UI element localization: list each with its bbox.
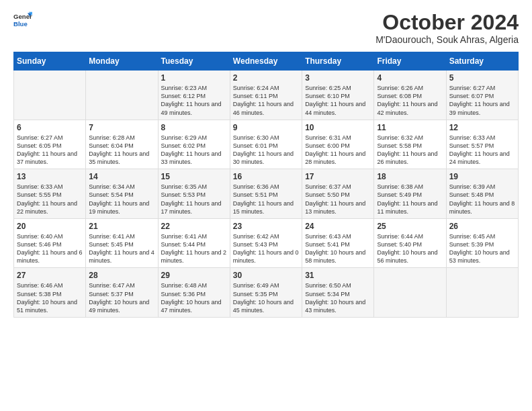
calendar-cell: 23Sunrise: 6:42 AM Sunset: 5:43 PM Dayli… [230, 218, 302, 268]
calendar-cell: 24Sunrise: 6:43 AM Sunset: 5:41 PM Dayli… [302, 218, 374, 268]
cell-content: Sunrise: 6:32 AM Sunset: 5:58 PM Dayligh… [377, 134, 443, 167]
day-number: 21 [89, 222, 154, 231]
calendar-cell: 4Sunrise: 6:26 AM Sunset: 6:08 PM Daylig… [374, 71, 446, 120]
calendar-cell: 2Sunrise: 6:24 AM Sunset: 6:11 PM Daylig… [230, 71, 302, 120]
calendar-cell: 27Sunrise: 6:46 AM Sunset: 5:38 PM Dayli… [14, 268, 86, 318]
calendar-cell: 30Sunrise: 6:49 AM Sunset: 5:35 PM Dayli… [230, 268, 302, 318]
cell-content: Sunrise: 6:25 AM Sunset: 6:10 PM Dayligh… [305, 84, 371, 117]
calendar-cell: 19Sunrise: 6:39 AM Sunset: 5:48 PM Dayli… [446, 169, 518, 219]
cell-content: Sunrise: 6:36 AM Sunset: 5:51 PM Dayligh… [233, 183, 299, 216]
cell-content: Sunrise: 6:43 AM Sunset: 5:41 PM Dayligh… [305, 232, 371, 265]
title-block: October 2024 M'Daourouch, Souk Ahras, Al… [375, 11, 519, 45]
calendar-cell: 29Sunrise: 6:48 AM Sunset: 5:36 PM Dayli… [158, 268, 230, 318]
day-number: 16 [233, 172, 299, 181]
day-number: 7 [89, 123, 154, 132]
calendar-cell: 13Sunrise: 6:33 AM Sunset: 5:55 PM Dayli… [14, 169, 86, 219]
week-row-3: 13Sunrise: 6:33 AM Sunset: 5:55 PM Dayli… [14, 169, 519, 219]
calendar-cell: 1Sunrise: 6:23 AM Sunset: 6:12 PM Daylig… [158, 71, 230, 120]
day-number: 3 [305, 73, 371, 83]
day-number: 28 [89, 271, 154, 280]
calendar-cell: 10Sunrise: 6:31 AM Sunset: 6:00 PM Dayli… [302, 120, 374, 169]
cell-content: Sunrise: 6:37 AM Sunset: 5:50 PM Dayligh… [305, 183, 371, 216]
location-subtitle: M'Daourouch, Souk Ahras, Algeria [375, 34, 519, 45]
week-row-5: 27Sunrise: 6:46 AM Sunset: 5:38 PM Dayli… [14, 268, 519, 318]
day-number: 6 [17, 123, 83, 132]
calendar-cell: 21Sunrise: 6:41 AM Sunset: 5:45 PM Dayli… [86, 218, 158, 268]
calendar-cell: 22Sunrise: 6:41 AM Sunset: 5:44 PM Dayli… [158, 218, 230, 268]
calendar-cell: 14Sunrise: 6:34 AM Sunset: 5:54 PM Dayli… [86, 169, 158, 219]
cell-content: Sunrise: 6:33 AM Sunset: 5:55 PM Dayligh… [17, 183, 83, 216]
day-number: 18 [377, 172, 443, 181]
cell-content: Sunrise: 6:40 AM Sunset: 5:46 PM Dayligh… [17, 232, 83, 265]
cell-content: Sunrise: 6:39 AM Sunset: 5:48 PM Dayligh… [449, 183, 515, 216]
cell-content: Sunrise: 6:41 AM Sunset: 5:45 PM Dayligh… [89, 232, 154, 265]
cell-content: Sunrise: 6:29 AM Sunset: 6:02 PM Dayligh… [161, 134, 227, 167]
cell-content: Sunrise: 6:48 AM Sunset: 5:36 PM Dayligh… [161, 281, 227, 314]
calendar-table: SundayMondayTuesdayWednesdayThursdayFrid… [13, 52, 519, 318]
calendar-cell: 28Sunrise: 6:47 AM Sunset: 5:37 PM Dayli… [86, 268, 158, 318]
calendar-cell: 3Sunrise: 6:25 AM Sunset: 6:10 PM Daylig… [302, 71, 374, 120]
day-number: 27 [17, 271, 83, 280]
day-number: 4 [377, 73, 443, 83]
cell-content: Sunrise: 6:27 AM Sunset: 6:07 PM Dayligh… [449, 84, 515, 117]
day-number: 10 [305, 123, 371, 132]
header-cell-wednesday: Wednesday [230, 52, 302, 71]
calendar-cell: 17Sunrise: 6:37 AM Sunset: 5:50 PM Dayli… [302, 169, 374, 219]
logo-icon: General Blue [13, 11, 32, 30]
calendar-cell: 31Sunrise: 6:50 AM Sunset: 5:34 PM Dayli… [302, 268, 374, 318]
calendar-cell: 15Sunrise: 6:35 AM Sunset: 5:53 PM Dayli… [158, 169, 230, 219]
day-number: 11 [377, 123, 443, 132]
calendar-cell: 12Sunrise: 6:33 AM Sunset: 5:57 PM Dayli… [446, 120, 518, 169]
cell-content: Sunrise: 6:31 AM Sunset: 6:00 PM Dayligh… [305, 134, 371, 167]
header-row: SundayMondayTuesdayWednesdayThursdayFrid… [14, 52, 519, 71]
cell-content: Sunrise: 6:24 AM Sunset: 6:11 PM Dayligh… [233, 84, 299, 117]
calendar-cell: 8Sunrise: 6:29 AM Sunset: 6:02 PM Daylig… [158, 120, 230, 169]
day-number: 1 [161, 73, 227, 83]
day-number: 26 [449, 222, 515, 231]
header-cell-thursday: Thursday [302, 52, 374, 71]
calendar-cell [14, 71, 86, 120]
cell-content: Sunrise: 6:27 AM Sunset: 6:05 PM Dayligh… [17, 134, 83, 167]
day-number: 9 [233, 123, 299, 132]
cell-content: Sunrise: 6:50 AM Sunset: 5:34 PM Dayligh… [305, 281, 371, 314]
calendar-cell [446, 268, 518, 318]
calendar-cell [374, 268, 446, 318]
cell-content: Sunrise: 6:33 AM Sunset: 5:57 PM Dayligh… [449, 134, 515, 167]
week-row-1: 1Sunrise: 6:23 AM Sunset: 6:12 PM Daylig… [14, 71, 519, 120]
header-cell-saturday: Saturday [446, 52, 518, 71]
day-number: 30 [233, 271, 299, 280]
week-row-4: 20Sunrise: 6:40 AM Sunset: 5:46 PM Dayli… [14, 218, 519, 268]
cell-content: Sunrise: 6:35 AM Sunset: 5:53 PM Dayligh… [161, 183, 227, 216]
cell-content: Sunrise: 6:38 AM Sunset: 5:49 PM Dayligh… [377, 183, 443, 216]
day-number: 23 [233, 222, 299, 231]
day-number: 12 [449, 123, 515, 132]
day-number: 13 [17, 172, 83, 181]
calendar-cell: 18Sunrise: 6:38 AM Sunset: 5:49 PM Dayli… [374, 169, 446, 219]
cell-content: Sunrise: 6:49 AM Sunset: 5:35 PM Dayligh… [233, 281, 299, 314]
cell-content: Sunrise: 6:44 AM Sunset: 5:40 PM Dayligh… [377, 232, 443, 265]
calendar-cell: 25Sunrise: 6:44 AM Sunset: 5:40 PM Dayli… [374, 218, 446, 268]
day-number: 15 [161, 172, 227, 181]
calendar-cell: 9Sunrise: 6:30 AM Sunset: 6:01 PM Daylig… [230, 120, 302, 169]
day-number: 19 [449, 172, 515, 181]
day-number: 8 [161, 123, 227, 132]
header-cell-tuesday: Tuesday [158, 52, 230, 71]
calendar-cell: 7Sunrise: 6:28 AM Sunset: 6:04 PM Daylig… [86, 120, 158, 169]
cell-content: Sunrise: 6:47 AM Sunset: 5:37 PM Dayligh… [89, 281, 154, 314]
day-number: 24 [305, 222, 371, 231]
cell-content: Sunrise: 6:28 AM Sunset: 6:04 PM Dayligh… [89, 134, 154, 167]
day-number: 29 [161, 271, 227, 280]
day-number: 20 [17, 222, 83, 231]
day-number: 2 [233, 73, 299, 83]
header: General Blue October 2024 M'Daourouch, S… [13, 11, 519, 45]
cell-content: Sunrise: 6:30 AM Sunset: 6:01 PM Dayligh… [233, 134, 299, 167]
calendar-page: General Blue October 2024 M'Daourouch, S… [0, 0, 532, 411]
calendar-cell [86, 71, 158, 120]
cell-content: Sunrise: 6:26 AM Sunset: 6:08 PM Dayligh… [377, 84, 443, 117]
calendar-cell: 6Sunrise: 6:27 AM Sunset: 6:05 PM Daylig… [14, 120, 86, 169]
svg-text:Blue: Blue [13, 20, 28, 28]
day-number: 22 [161, 222, 227, 231]
cell-content: Sunrise: 6:45 AM Sunset: 5:39 PM Dayligh… [449, 232, 515, 265]
header-cell-friday: Friday [374, 52, 446, 71]
day-number: 5 [449, 73, 515, 83]
